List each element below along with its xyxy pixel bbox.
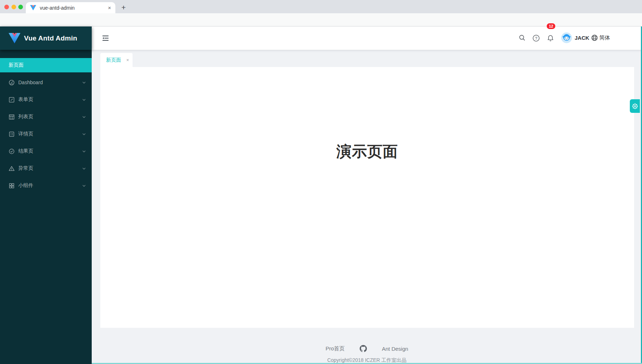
sidebar-item-label: 表单页 (18, 96, 82, 103)
chevron-down-icon (82, 167, 86, 171)
appstore-icon (9, 183, 15, 189)
dashboard-icon (9, 80, 15, 86)
sidebar-item-results[interactable]: 结果页 (0, 144, 92, 158)
sidebar-logo[interactable]: Vue Antd Admin (0, 27, 92, 50)
browser-toolbar: ← → localhost:8080/#/newPage (0, 13, 642, 27)
notification-bell-icon[interactable] (547, 34, 554, 43)
form-icon (9, 97, 15, 103)
footer-link-pro-home[interactable]: Pro首页 (326, 345, 345, 352)
chevron-down-icon (82, 184, 86, 188)
globe-icon (591, 34, 598, 41)
traffic-close-button[interactable] (4, 5, 9, 9)
sidebar-item-forms[interactable]: 表单页 (0, 92, 92, 107)
browser-tabstrip: vue-antd-admin × + (0, 0, 642, 13)
svg-text:?: ? (535, 36, 537, 40)
chevron-down-icon (82, 81, 86, 85)
sidebar-item-exceptions[interactable]: 异常页 (0, 161, 92, 176)
browser-tab[interactable]: vue-antd-admin × (26, 2, 115, 13)
help-icon[interactable]: ? (532, 34, 540, 43)
sidebar-item-newpage[interactable]: 新页面 (0, 58, 92, 72)
traffic-zoom-button[interactable] (18, 5, 23, 9)
username[interactable]: JACK (575, 35, 589, 41)
sidebar-item-label: 新页面 (9, 62, 86, 68)
notification-badge: 12 (546, 23, 556, 29)
warning-icon (9, 166, 15, 172)
language-switcher[interactable]: 简体 (591, 34, 610, 41)
sidebar: Vue Antd Admin 新页面 Dashboard 表单页 (0, 27, 92, 364)
language-label: 简体 (599, 34, 610, 41)
browser-tab-title: vue-antd-admin (40, 5, 108, 11)
sidebar-item-label: 异常页 (18, 165, 82, 172)
vue-favicon (30, 5, 36, 10)
page-tab-close-icon[interactable]: × (126, 57, 129, 63)
chevron-down-icon (82, 149, 86, 153)
gear-icon (632, 103, 638, 110)
new-tab-button[interactable]: + (119, 3, 128, 12)
sidebar-item-dashboard[interactable]: Dashboard (0, 75, 92, 90)
vue-logo-icon (9, 33, 20, 43)
page-tab-label: 新页面 (106, 57, 124, 63)
sidebar-item-details[interactable]: 详情页 (0, 127, 92, 141)
app-title: Vue Antd Admin (24, 34, 77, 42)
settings-drawer-button[interactable] (630, 99, 640, 113)
sidebar-item-label: Dashboard (18, 80, 82, 85)
user-avatar[interactable] (561, 32, 572, 43)
table-icon (9, 114, 15, 120)
content-card: 演示页面 (100, 67, 634, 328)
menu-fold-icon[interactable] (101, 34, 110, 44)
sidebar-item-widgets[interactable]: 小组件 (0, 178, 92, 193)
sidebar-item-lists[interactable]: 列表页 (0, 110, 92, 124)
screenshot-root: vue-antd-admin × + ← → localhost:8080/#/… (0, 0, 642, 364)
chevron-down-icon (82, 98, 86, 102)
page-tab-newpage[interactable]: 新页面 × (100, 53, 133, 67)
chevron-down-icon (82, 115, 86, 119)
search-icon[interactable] (519, 34, 526, 43)
sidebar-item-label: 结果页 (18, 148, 82, 154)
footer-link-ant-design[interactable]: Ant Design (382, 346, 408, 352)
profile-icon (9, 131, 15, 137)
browser-tab-close-icon[interactable]: × (108, 5, 111, 11)
app-header: ? 12 JACK 简体 (92, 27, 642, 50)
footer: Pro首页 Ant Design Copyright©2018 ICZER 工作… (92, 328, 642, 364)
chevron-down-icon (82, 132, 86, 136)
sidebar-item-label: 列表页 (18, 114, 82, 120)
page-title: 演示页面 (100, 142, 634, 162)
header-actions: ? 12 JACK 简体 (519, 27, 626, 50)
sidebar-item-label: 详情页 (18, 131, 82, 137)
sidebar-item-label: 小组件 (18, 182, 82, 189)
traffic-minimize-button[interactable] (11, 5, 16, 9)
check-circle-icon (9, 148, 15, 154)
footer-links: Pro首页 Ant Design (92, 345, 642, 352)
github-icon[interactable] (360, 345, 367, 352)
